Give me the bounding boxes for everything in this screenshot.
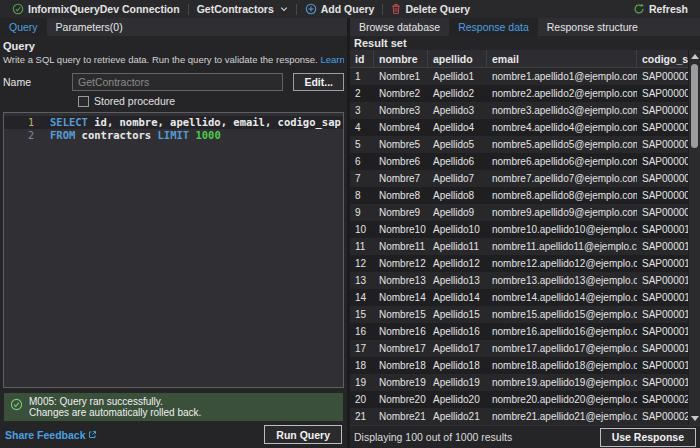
- table-row[interactable]: 3Nombre3Apellido3nombre3.apellido3@ejemp…: [350, 102, 688, 119]
- scroll-up-arrow[interactable]: [691, 54, 699, 59]
- query-editor-panel: QueryParameters(0) Query Write a SQL que…: [0, 18, 347, 448]
- table-cell: SAP000001: [637, 68, 688, 85]
- table-row[interactable]: 6Nombre6Apellido6nombre6.apellido6@ejemp…: [350, 153, 688, 170]
- table-row[interactable]: 15Nombre15Apellido15nombre15.apellido15@…: [350, 306, 688, 323]
- table-row[interactable]: 7Nombre7Apellido7nombre7.apellido7@ejemp…: [350, 170, 688, 187]
- table-row[interactable]: 9Nombre9Apellido9nombre9.apellido9@ejemp…: [350, 204, 688, 221]
- sql-editor[interactable]: 1SELECT id, nombre, apellido, email, cod…: [3, 112, 344, 388]
- table-row[interactable]: 21Nombre21Apellido21nombre21.apellido21@…: [350, 408, 688, 425]
- connection-ok-icon: [12, 3, 24, 15]
- connection-status[interactable]: InformixQueryDev Connection: [6, 0, 186, 18]
- response-panel: Browse databaseResponse dataResponse str…: [350, 18, 700, 448]
- table-cell: 21: [350, 408, 374, 425]
- table-row[interactable]: 2Nombre2Apellido2nombre2.apellido2@ejemp…: [350, 85, 688, 102]
- tab-query[interactable]: Query: [0, 18, 47, 36]
- stored-procedure-label: Stored procedure: [94, 95, 175, 107]
- tab-response-structure[interactable]: Response structure: [538, 18, 647, 36]
- tab-browse-database[interactable]: Browse database: [350, 18, 449, 36]
- table-cell: Nombre16: [374, 323, 428, 340]
- table-cell: nombre19.apellido19@ejemplo.com: [487, 374, 637, 391]
- table-row[interactable]: 4Nombre4Apellido4nombre4.apellido4@ejemp…: [350, 119, 688, 136]
- refresh-button[interactable]: Refresh: [627, 0, 694, 18]
- table-scrollbar[interactable]: [688, 50, 700, 425]
- table-cell: SAP000009: [637, 204, 688, 221]
- column-header-apellido[interactable]: apellido: [428, 50, 487, 68]
- table-row[interactable]: 14Nombre14Apellido14nombre14.apellido14@…: [350, 289, 688, 306]
- table-cell: Nombre5: [374, 136, 428, 153]
- table-cell: Apellido18: [428, 357, 487, 374]
- table-cell: Apellido8: [428, 187, 487, 204]
- table-cell: SAP000015: [637, 306, 688, 323]
- table-cell: SAP000005: [637, 136, 688, 153]
- line-number: 2: [4, 129, 34, 142]
- query-section-heading: Query: [3, 40, 344, 53]
- table-cell: Nombre4: [374, 119, 428, 136]
- table-cell: Nombre12: [374, 255, 428, 272]
- table-cell: nombre16.apellido16@ejemplo.com: [487, 323, 637, 340]
- toolbar-separator: [188, 4, 189, 15]
- table-cell: Apellido13: [428, 272, 487, 289]
- stored-procedure-checkbox[interactable]: [78, 96, 89, 107]
- table-row[interactable]: 13Nombre13Apellido13nombre13.apellido13@…: [350, 272, 688, 289]
- share-feedback-label: Share Feedback: [5, 429, 86, 441]
- delete-query-label: Delete Query: [405, 3, 470, 15]
- edit-name-button[interactable]: Edit...: [293, 73, 344, 91]
- table-row[interactable]: 1Nombre1Apellido1nombre1.apellido1@ejemp…: [350, 68, 688, 85]
- delete-query-button[interactable]: Delete Query: [385, 0, 476, 18]
- table-cell: 9: [350, 204, 374, 221]
- table-row[interactable]: 10Nombre10Apellido10nombre10.apellido10@…: [350, 221, 688, 238]
- learn-more-label: Learn More: [320, 54, 344, 65]
- table-cell: nombre13.apellido13@ejemplo.com: [487, 272, 637, 289]
- tab-parameters-0-[interactable]: Parameters(0): [47, 18, 132, 36]
- column-header-id[interactable]: id: [350, 50, 374, 68]
- table-cell: Apellido20: [428, 391, 487, 408]
- add-icon: [305, 3, 317, 15]
- table-cell: nombre5.apellido5@ejemplo.com: [487, 136, 637, 153]
- table-row[interactable]: 11Nombre11Apellido11nombre11.apellido11@…: [350, 238, 688, 255]
- table-row[interactable]: 19Nombre19Apellido19nombre19.apellido19@…: [350, 374, 688, 391]
- column-header-codigo_sap[interactable]: codigo_sap: [637, 50, 688, 68]
- code-text: SELECT id, nombre, apellido, email, codi…: [50, 116, 341, 129]
- table-cell: 1: [350, 68, 374, 85]
- table-cell: 11: [350, 238, 374, 255]
- table-row[interactable]: 16Nombre16Apellido16nombre16.apellido16@…: [350, 323, 688, 340]
- query-selector-dropdown[interactable]: GetContractors: [191, 0, 294, 18]
- table-cell: 14: [350, 289, 374, 306]
- table-cell: 12: [350, 255, 374, 272]
- table-row[interactable]: 12Nombre12Apellido12nombre12.apellido12@…: [350, 255, 688, 272]
- add-query-button[interactable]: Add Query: [299, 0, 381, 18]
- tab-response-data[interactable]: Response data: [449, 18, 538, 36]
- table-row[interactable]: 8Nombre8Apellido8nombre8.apellido8@ejemp…: [350, 187, 688, 204]
- query-name-input[interactable]: [72, 73, 283, 91]
- use-response-button[interactable]: Use Response: [600, 428, 696, 447]
- table-cell: 10: [350, 221, 374, 238]
- message-code-line: M005: Query ran successfully.: [29, 396, 201, 407]
- table-cell: nombre6.apellido6@ejemplo.com: [487, 153, 637, 170]
- table-row[interactable]: 18Nombre18Apellido18nombre18.apellido18@…: [350, 357, 688, 374]
- table-cell: Apellido7: [428, 170, 487, 187]
- table-cell: Apellido6: [428, 153, 487, 170]
- table-cell: SAP000002: [637, 85, 688, 102]
- table-cell: nombre14.apellido14@ejemplo.com: [487, 289, 637, 306]
- table-cell: Nombre18: [374, 357, 428, 374]
- table-cell: nombre17.apellido17@ejemplo.com: [487, 340, 637, 357]
- table-cell: Apellido2: [428, 85, 487, 102]
- table-cell: Nombre7: [374, 170, 428, 187]
- table-cell: nombre3.apellido3@ejemplo.com: [487, 102, 637, 119]
- column-header-email[interactable]: email: [487, 50, 637, 68]
- table-cell: nombre9.apellido9@ejemplo.com: [487, 204, 637, 221]
- table-row[interactable]: 17Nombre17Apellido17nombre17.apellido17@…: [350, 340, 688, 357]
- column-header-nombre[interactable]: nombre: [374, 50, 428, 68]
- learn-more-link[interactable]: Learn More: [320, 54, 344, 65]
- share-feedback-link[interactable]: Share Feedback: [5, 429, 97, 441]
- table-row[interactable]: 20Nombre20Apellido20nombre20.apellido20@…: [350, 391, 688, 408]
- table-row[interactable]: 5Nombre5Apellido5nombre5.apellido5@ejemp…: [350, 136, 688, 153]
- app-window: InformixQueryDev Connection GetContracto…: [0, 0, 700, 448]
- table-cell: Apellido3: [428, 102, 487, 119]
- left-tabstrip: QueryParameters(0): [0, 18, 347, 36]
- scroll-down-arrow[interactable]: [691, 416, 699, 421]
- scrollbar-thumb[interactable]: [691, 64, 698, 148]
- table-cell: nombre1.apellido1@ejemplo.com: [487, 68, 637, 85]
- run-query-button[interactable]: Run Query: [264, 425, 342, 444]
- table-cell: Nombre1: [374, 68, 428, 85]
